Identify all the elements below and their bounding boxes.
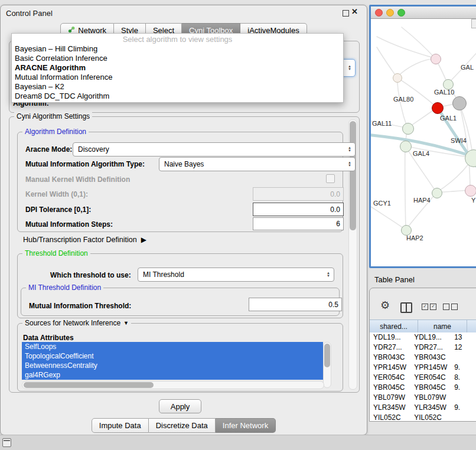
which-threshold-select[interactable]: MI Threshold ▲▼ xyxy=(138,268,334,282)
tab-discretize-data[interactable]: Discretize Data xyxy=(149,418,216,433)
scrollbar-thumb[interactable] xyxy=(24,382,154,388)
table-row[interactable]: YIL052CYIL052C xyxy=(370,413,476,422)
unchecked-box-icon xyxy=(451,304,458,310)
tab-label: Infer Network xyxy=(223,421,268,430)
table-cell: YER054C xyxy=(410,373,452,383)
mi-threshold-field[interactable]: 0.5 xyxy=(249,298,342,311)
select-all-columns-icon[interactable]: ✓ ✓ xyxy=(422,304,436,310)
table-row[interactable]: YBL079WYBL079W xyxy=(370,393,476,403)
aracne-mode-value: Discovery xyxy=(78,145,109,154)
dropdown-prompt: Select algorithm to view settings xyxy=(12,35,343,44)
stepper-icon: ▲▼ xyxy=(345,161,354,167)
float-window-icon[interactable] xyxy=(343,10,349,17)
table-cell: YPR145W xyxy=(410,363,452,373)
network-node[interactable] xyxy=(431,54,441,64)
sources-group-title: Sources for Network Inference xyxy=(25,319,120,328)
node-label-hap2: HAP2 xyxy=(406,234,423,242)
node-label-y: Y xyxy=(471,197,475,204)
checked-box-icon: ✓ xyxy=(422,304,428,310)
dpi-tolerance-field[interactable]: 0.0 xyxy=(253,203,344,216)
tab-impute-data[interactable]: Impute Data xyxy=(92,418,149,433)
network-canvas[interactable]: GALGAL80GAL10GAL11GAL1SWI4GAL4GCY1HAP4YH… xyxy=(371,19,476,266)
table-cell: YDR27... xyxy=(370,343,410,353)
algorithm-option-basic-correlation-inference[interactable]: Basic Correlation Inference xyxy=(12,54,343,63)
mi-steps-field[interactable]: 6 xyxy=(253,217,344,230)
table-row[interactable]: YPR145WYPR145W9. xyxy=(370,363,476,373)
node-label-gal1: GAL1 xyxy=(440,115,457,122)
table-cell: 8. xyxy=(452,373,476,383)
table-row[interactable]: YBR043CYBR043C xyxy=(370,353,476,363)
which-threshold-label: Which threshold to use: xyxy=(50,271,131,279)
minimize-traffic-light[interactable] xyxy=(386,9,394,17)
node-label-gal11: GAL11 xyxy=(372,120,392,127)
table-row[interactable]: YDR27...YDR27...12 xyxy=(370,343,476,353)
network-node[interactable] xyxy=(393,73,402,83)
network-node[interactable] xyxy=(432,188,442,198)
table-panel-title: Table Panel xyxy=(374,275,415,284)
table-row[interactable]: YBR045CYBR045C9. xyxy=(370,383,476,393)
table-cell: YLR345W xyxy=(370,403,410,413)
table-cell: 9. xyxy=(452,403,476,413)
hub-section-label: Hub/Transcription Factor Definition xyxy=(23,236,137,244)
aracne-mode-label: Aracne Mode: xyxy=(25,145,72,154)
column-header-shared[interactable]: shared... xyxy=(370,320,418,333)
table-row[interactable]: YDL19...YDL19...13 xyxy=(370,332,476,343)
attribute-item-topologicalcoefficient[interactable]: TopologicalCoefficient xyxy=(22,351,323,361)
manual-kernel-checkbox xyxy=(326,174,335,183)
algorithm-option-bayesian-k2[interactable]: Bayesian – K2 xyxy=(12,82,343,92)
network-window-titlebar xyxy=(371,6,476,19)
attribute-item-selfloops[interactable]: SelfLoops xyxy=(22,342,323,351)
table-rows: YDL19...YDL19...13YDR27...YDR27...12YBR0… xyxy=(370,332,476,421)
aracne-mode-select[interactable]: Discovery ▲▼ xyxy=(73,142,356,156)
table-row[interactable]: YER054CYER054C8. xyxy=(370,373,476,383)
algorithm-dropdown: Select algorithm to view settingsBayesia… xyxy=(11,33,344,103)
column-header-extra[interactable] xyxy=(467,320,476,333)
algorithm-option-dream8-dc-tdc-algorithm[interactable]: Dream8 DC_TDC Algorithm xyxy=(12,92,343,101)
table-cell: 9. xyxy=(452,383,476,393)
table-cell: 13 xyxy=(452,332,476,343)
table-row[interactable]: YLR345WYLR345W9. xyxy=(370,403,476,413)
data-attributes-list: SelfLoopsTopologicalCoefficientBetweenne… xyxy=(22,342,323,380)
algorithm-option-aracne-algorithm[interactable]: ARACNE Algorithm xyxy=(12,63,343,73)
columns-icon[interactable] xyxy=(400,302,412,313)
close-icon[interactable]: ✕ xyxy=(351,7,358,16)
network-node[interactable] xyxy=(432,102,444,114)
gear-icon[interactable]: ⚙ xyxy=(380,300,390,311)
hub-section-header[interactable]: Hub/Transcription Factor Definition ▶ xyxy=(23,236,146,244)
tab-infer-network[interactable]: Infer Network xyxy=(216,418,276,433)
close-traffic-light[interactable] xyxy=(375,9,383,17)
tab-label: Discretize Data xyxy=(156,421,208,430)
mi-threshold-label: Mutual Information Threshold: xyxy=(29,302,131,310)
apply-button[interactable]: Apply xyxy=(159,399,201,413)
scrollbar-thumb[interactable] xyxy=(350,121,356,230)
table-cell xyxy=(452,413,476,422)
chevron-right-icon: ▶ xyxy=(141,236,146,244)
network-node[interactable] xyxy=(402,123,414,135)
attribute-item-betweennesscentrality[interactable]: BetweennessCentrality xyxy=(22,361,323,370)
sources-group-header[interactable]: Sources for Network Inference ▼ xyxy=(22,319,131,328)
deselect-all-columns-icon[interactable] xyxy=(443,304,458,310)
attribute-list-vscrollbar[interactable] xyxy=(323,342,331,388)
network-node[interactable] xyxy=(400,141,412,152)
tab-label: Impute Data xyxy=(99,421,141,430)
algorithm-option-mutual-information-inference[interactable]: Mutual Information Inference xyxy=(12,73,343,82)
scrollbar-thumb[interactable] xyxy=(324,344,330,367)
data-attributes-label: Data Attributes xyxy=(23,334,74,342)
zoom-traffic-light[interactable] xyxy=(397,9,405,17)
attribute-list-hscrollbar[interactable] xyxy=(22,381,324,389)
stepper-icon: ▲▼ xyxy=(324,272,332,278)
column-header-name[interactable]: name xyxy=(418,320,467,333)
network-node[interactable] xyxy=(465,185,476,197)
unchecked-box-icon xyxy=(443,304,449,310)
control-panel-window: Control Panel ✕ NetworkStyleSelectCyni T… xyxy=(0,5,367,435)
settings-group-title: Cyni Algorithm Settings xyxy=(14,112,92,121)
chevron-down-icon: ▼ xyxy=(123,319,129,328)
algorithm-option-bayesian-hill-climbing[interactable]: Bayesian – Hill Climbing xyxy=(12,44,343,54)
table-cell: YLR345W xyxy=(410,403,452,413)
network-node[interactable] xyxy=(452,96,467,110)
mi-type-select[interactable]: Naive Bayes ▲▼ xyxy=(159,157,356,171)
network-scrollbar[interactable] xyxy=(471,19,476,28)
collapsed-panel-icon[interactable] xyxy=(2,438,11,447)
attribute-item-gal4rgexp[interactable]: gal4RGexp xyxy=(22,370,323,380)
network-view-window: GALGAL80GAL10GAL11GAL1SWI4GAL4GCY1HAP4YH… xyxy=(369,5,476,268)
